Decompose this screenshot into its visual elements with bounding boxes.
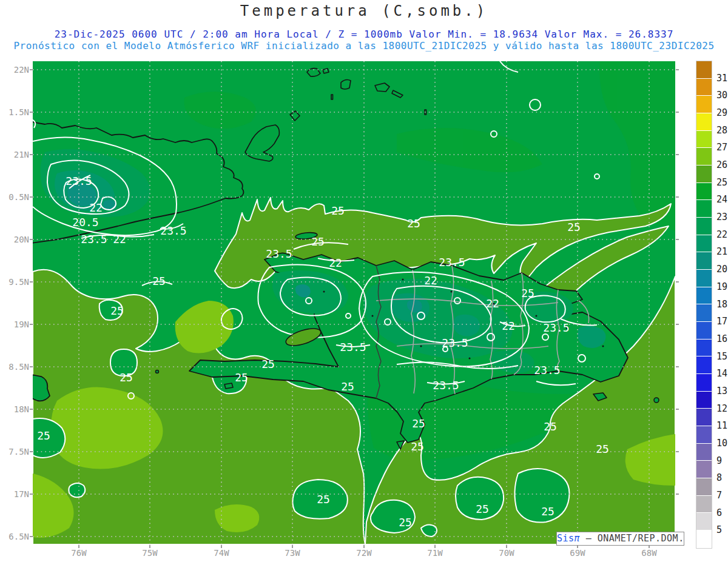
lon-tick-bottom (506, 545, 507, 548)
lat-tick-right (676, 154, 679, 155)
lat-tick-left (30, 366, 33, 367)
lat-label-0.5N: 0.5N (1, 192, 29, 202)
colorbar-tick-26: 26 (716, 160, 728, 170)
lon-label-74W: 74W (208, 548, 235, 558)
colorbar-tick-14: 14 (716, 369, 728, 378)
colorbar-tick-17: 17 (716, 316, 728, 326)
lat-tick-right (676, 281, 679, 283)
lat-tick-right (676, 493, 679, 495)
lat-tick-right (676, 409, 679, 410)
subtitle-validity: 23-Dic-2025 0600 UTC / 2:00 am Hora Loca… (0, 28, 728, 40)
colorbar-segment (696, 426, 712, 444)
colorbar-tick-10: 10 (716, 438, 728, 448)
contour-label-22: 22 (329, 256, 342, 269)
lat-label-20N: 20N (1, 235, 29, 244)
lon-label-72W: 72W (351, 548, 377, 558)
colorbar-segment (696, 513, 712, 530)
contour-label-25: 25 (311, 235, 325, 248)
lon-tick-bottom (149, 545, 150, 548)
onamet-label: – ONAMET/REP.DOM. (580, 533, 684, 544)
contour-label-23.5: 23.5 (340, 341, 366, 353)
lat-tick-left (30, 239, 33, 240)
mona-island (654, 398, 659, 403)
colorbar-tick-15: 15 (716, 352, 728, 361)
contour-label-25: 25 (37, 429, 50, 442)
contour-label-25: 25 (235, 371, 248, 384)
lat-tick-left (30, 493, 33, 495)
colorbar-segment (696, 96, 712, 113)
contour-label-23.5: 23.5 (534, 364, 560, 376)
contour-label-25: 25 (567, 221, 581, 233)
contour-label-22: 22 (502, 319, 515, 332)
colorbar-segment (696, 235, 712, 253)
colorbar-tick-6: 6 (716, 508, 728, 518)
lon-tick-bottom (78, 545, 79, 548)
contour-label-23.5: 23.5 (266, 247, 292, 260)
lon-label-75W: 75W (136, 548, 163, 558)
colorbar-tick-25: 25 (716, 178, 728, 187)
contour-label-25: 25 (596, 443, 609, 455)
contour-label-25: 25 (399, 516, 412, 529)
ile-a-vache (224, 383, 233, 389)
colorbar-segment (696, 79, 712, 96)
lat-label-18N: 18N (1, 404, 29, 414)
contour-label-23.5: 23.5 (543, 321, 569, 334)
colorbar-tick-8: 8 (716, 473, 728, 483)
colorbar-segment (696, 461, 712, 478)
colorbar-segment (696, 304, 712, 322)
lat-tick-left (30, 196, 33, 198)
lat-label-22N: 22N (1, 65, 29, 75)
colorbar-tick-22: 22 (716, 230, 728, 239)
colorbar-tick-16: 16 (716, 334, 728, 344)
contour-label-22: 22 (424, 274, 437, 287)
colorbar-segment (696, 200, 712, 218)
lon-label-71W: 71W (422, 548, 448, 558)
colorbar-segment (696, 356, 712, 374)
lat-tick-right (676, 239, 679, 240)
contour-label-23.5: 23.5 (160, 224, 186, 237)
lat-tick-right (676, 112, 679, 113)
contour-label-23.5: 23.5 (81, 233, 107, 246)
lat-label-19N: 19N (1, 319, 29, 329)
colorbar-tick-29: 29 (716, 108, 728, 118)
contour-label-25: 25 (407, 217, 420, 230)
contour-label-22: 22 (89, 201, 103, 214)
colorbar-segment (696, 183, 712, 201)
lat-tick-left (30, 451, 33, 452)
navassa-island (156, 370, 159, 373)
contour-label-23.5: 23.5 (442, 336, 468, 349)
contour-label-23.5: 23.5 (66, 175, 92, 187)
colorbar-tick-12: 12 (716, 404, 728, 413)
contour-label-22: 22 (486, 297, 499, 310)
contour-label-23.5: 23.5 (439, 256, 465, 269)
pi-symbol: π (575, 533, 581, 544)
lat-tick-left (30, 112, 33, 113)
contour-label-20.5: 20.5 (72, 216, 98, 229)
colorbar-tick-23: 23 (716, 212, 728, 222)
contour-label-25: 25 (261, 358, 275, 370)
colorbar-tick-7: 7 (716, 490, 728, 500)
contour-label-25: 25 (541, 505, 554, 518)
colorbar-tick-20: 20 (716, 264, 728, 274)
lat-tick-left (30, 154, 33, 155)
colorbar-segment (696, 374, 712, 392)
forecast-map: 23.52220.523.523.522252525252523.52223.5… (33, 61, 675, 544)
lat-label-1.5N: 1.5N (1, 107, 29, 117)
colorbar-segment (696, 287, 712, 305)
contour-label-25: 25 (110, 304, 124, 317)
colorbar-segment (696, 496, 712, 513)
contour-label-25: 25 (120, 371, 133, 384)
lon-tick-bottom (221, 545, 222, 548)
colorbar-segment (696, 218, 712, 235)
onamet-branding-box: Sisπ – ONAMET/REP.DOM. (556, 532, 684, 546)
lat-label-8.5N: 8.5N (1, 362, 29, 372)
lat-tick-left (30, 281, 33, 283)
colorbar-tick-9: 9 (716, 456, 728, 466)
lon-label-68W: 68W (636, 548, 662, 558)
lat-label-17N: 17N (1, 489, 29, 499)
lat-label-6.5N: 6.5N (1, 532, 29, 541)
colorbar-segment (696, 340, 712, 357)
lon-tick-bottom (363, 545, 365, 548)
colorbar-tick-24: 24 (716, 195, 728, 204)
temperature-colorbar (696, 61, 712, 549)
